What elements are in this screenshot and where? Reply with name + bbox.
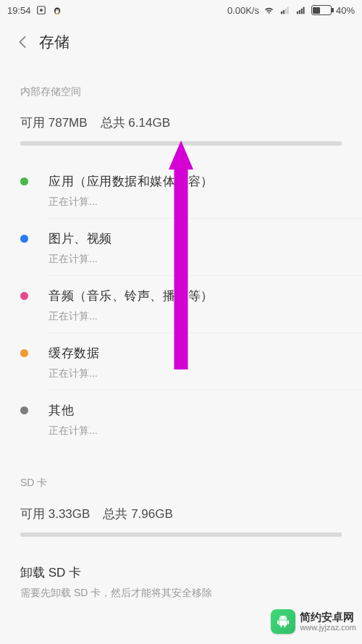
svg-point-7 — [54, 14, 56, 14]
category-title: 音频（音乐、铃声、播客等） — [49, 288, 214, 304]
sd-storage-bar — [20, 532, 342, 537]
internal-available-label: 可用 — [20, 116, 45, 130]
svg-point-18 — [285, 617, 286, 619]
wifi-icon — [264, 4, 275, 16]
status-battery-pct: 40% — [336, 5, 355, 16]
category-text: 图片、视频正在计算... — [49, 230, 112, 266]
watermark-line2: www.jyjzaz.com — [300, 623, 356, 632]
unmount-sd[interactable]: 卸载 SD 卡 需要先卸载 SD 卡，然后才能将其安全移除 — [0, 553, 362, 603]
svg-rect-19 — [279, 620, 287, 625]
svg-rect-22 — [281, 625, 282, 628]
category-sub: 正在计算... — [49, 196, 214, 209]
category-item[interactable]: 音频（音乐、铃声、播客等）正在计算... — [0, 276, 362, 333]
svg-rect-14 — [299, 10, 300, 14]
svg-rect-13 — [297, 12, 298, 14]
svg-rect-21 — [288, 620, 290, 624]
sd-available-label: 可用 — [20, 507, 45, 521]
status-bar: 19:54 0.00K/s 40% — [0, 0, 362, 20]
category-dot-icon — [20, 292, 28, 300]
svg-point-6 — [56, 10, 57, 11]
category-text: 音频（音乐、铃声、播客等）正在计算... — [49, 288, 214, 323]
internal-total-value: 6.14GB — [128, 116, 170, 130]
svg-rect-23 — [285, 625, 286, 628]
qq-penguin-icon — [51, 4, 63, 16]
svg-point-8 — [58, 14, 60, 14]
category-dot-icon — [20, 406, 28, 414]
svg-point-1 — [40, 9, 43, 12]
back-button[interactable] — [9, 28, 38, 57]
category-dot-icon — [20, 177, 28, 185]
screenshot-icon — [35, 4, 47, 16]
svg-point-5 — [57, 9, 59, 10]
category-title: 应用（应用数据和媒体内容） — [49, 173, 214, 190]
sd-section-label: SD 卡 — [0, 448, 362, 500]
unmount-sd-sub: 需要先卸载 SD 卡，然后才能将其安全移除 — [20, 587, 342, 600]
watermark-line1: 简约安卓网 — [300, 611, 356, 624]
svg-rect-12 — [287, 7, 289, 14]
internal-available-value: 787MB — [49, 116, 88, 130]
svg-rect-15 — [301, 9, 303, 14]
category-sub: 正在计算... — [49, 253, 112, 266]
internal-summary: 可用 787MB 总共 6.14GB — [0, 109, 362, 162]
category-item[interactable]: 缓存数据正在计算... — [0, 333, 362, 390]
unmount-sd-title: 卸载 SD 卡 — [20, 564, 342, 581]
page-title: 存储 — [39, 32, 70, 52]
category-sub: 正在计算... — [49, 425, 98, 438]
signal1-icon — [279, 4, 291, 16]
category-sub: 正在计算... — [49, 367, 99, 380]
category-item[interactable]: 应用（应用数据和媒体内容）正在计算... — [0, 162, 362, 219]
category-list: 应用（应用数据和媒体内容）正在计算...图片、视频正在计算...音频（音乐、铃声… — [0, 162, 362, 448]
signal2-icon — [295, 4, 307, 16]
status-time: 19:54 — [7, 5, 31, 16]
status-net-speed: 0.00K/s — [227, 5, 259, 16]
svg-rect-16 — [303, 7, 305, 14]
sd-total-value: 7.96GB — [131, 507, 173, 521]
sd-summary: 可用 3.33GB 总共 7.96GB — [0, 500, 362, 553]
category-title: 图片、视频 — [49, 230, 112, 247]
category-text: 缓存数据正在计算... — [49, 345, 99, 380]
svg-point-17 — [281, 617, 282, 619]
watermark: 简约安卓网 www.jyjzaz.com — [271, 609, 356, 634]
svg-rect-11 — [285, 9, 287, 14]
internal-total-label: 总共 — [101, 116, 125, 130]
svg-rect-20 — [277, 620, 279, 624]
category-title: 缓存数据 — [49, 345, 99, 361]
svg-point-4 — [55, 9, 56, 10]
android-logo-icon — [271, 609, 295, 634]
chevron-left-icon — [15, 34, 31, 50]
category-text: 应用（应用数据和媒体内容）正在计算... — [49, 173, 214, 209]
sd-total-label: 总共 — [103, 507, 127, 521]
app-bar: 存储 — [0, 20, 362, 64]
category-item[interactable]: 图片、视频正在计算... — [0, 219, 362, 276]
internal-section-label: 内部存储空间 — [0, 64, 362, 109]
sd-available-value: 3.33GB — [49, 507, 90, 521]
svg-rect-9 — [281, 12, 282, 14]
category-sub: 正在计算... — [49, 310, 214, 323]
battery-icon — [311, 5, 332, 15]
category-title: 其他 — [49, 402, 98, 419]
category-item[interactable]: 其他正在计算... — [0, 390, 362, 448]
svg-rect-10 — [283, 10, 285, 14]
internal-storage-bar — [20, 141, 342, 146]
category-dot-icon — [20, 235, 28, 243]
category-text: 其他正在计算... — [49, 402, 98, 438]
category-dot-icon — [20, 349, 28, 357]
